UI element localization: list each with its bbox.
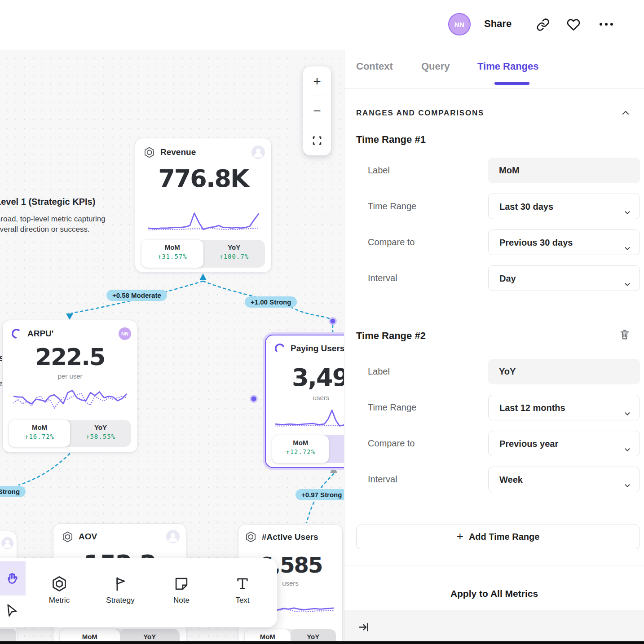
interval-select[interactable]: Day	[488, 265, 640, 291]
metric-value: 3,492	[266, 363, 344, 392]
tab-context[interactable]: Context	[356, 61, 393, 72]
metric-hexagon-icon	[143, 146, 155, 159]
tab-yoy[interactable]: YoY ↑180.7%	[203, 240, 265, 268]
sparkline-chart	[148, 208, 259, 234]
apply-to-all-metrics-button[interactable]: Apply to All Metrics	[344, 588, 644, 599]
metric-unit: per user	[3, 372, 137, 380]
note-icon	[173, 575, 190, 592]
card-title: #Active Users	[262, 532, 318, 542]
chevron-down-icon	[622, 403, 632, 413]
calculated-metric-arc-icon	[11, 328, 22, 340]
hand-icon	[5, 570, 21, 587]
field-label: Compare to	[368, 431, 415, 456]
tab-mom[interactable]: MoM ↑31.57%	[141, 240, 203, 268]
time-range-select[interactable]: Last 30 days	[488, 194, 640, 219]
field-label: Compare to	[368, 229, 415, 255]
top-bar: NN Share	[0, 0, 644, 50]
comparison-tab-group: MoM ↑16.72% YoY ↑58.55%	[9, 420, 131, 447]
delete-time-range-button[interactable]	[618, 328, 631, 341]
add-time-range-button[interactable]: + Add Time Range	[356, 525, 640, 549]
fullscreen-icon	[312, 135, 322, 146]
metric-tree-canvas[interactable]: Level 1 (Strategic KPIs) Broad, top-leve…	[0, 50, 344, 644]
text-tool-icon	[234, 575, 251, 592]
correlation-badge[interactable]: +1.00 Strong	[245, 296, 297, 308]
chevron-down-icon	[622, 238, 632, 247]
compare-to-select[interactable]: Previous year	[488, 431, 640, 456]
comparison-tab-group: MoM ↑31.57% YoY ↑180.7%	[141, 240, 265, 268]
metric-unit: users	[266, 394, 344, 401]
tab-query[interactable]: Query	[421, 61, 450, 72]
add-metric-tool[interactable]: Metric	[35, 558, 84, 627]
settings-panel: Context Query Time Ranges RANGES AND COM…	[344, 50, 644, 644]
owner-avatar: NN	[119, 327, 131, 340]
field-label: Label	[368, 158, 390, 183]
bottom-edge-bar	[0, 641, 644, 644]
flag-icon	[112, 575, 129, 592]
owner-avatar	[1, 537, 13, 549]
field-label: Label	[368, 359, 390, 384]
sparkline-chart	[13, 387, 127, 416]
field-label: Interval	[368, 467, 397, 492]
trash-icon	[618, 328, 631, 341]
label-input[interactable]: YoY	[488, 359, 640, 384]
cursor-arrow-icon	[5, 604, 21, 619]
more-options-icon[interactable]	[600, 23, 613, 26]
section-header: RANGES AND COMPARISONS	[356, 109, 484, 118]
owner-avatar	[166, 530, 180, 543]
pan-tool-button[interactable]	[0, 561, 26, 595]
metric-card-arpu[interactable]: ARPU' NN 222.5 per user MoM ↑16.72% YoY …	[2, 320, 138, 453]
metric-hexagon-icon	[245, 531, 257, 543]
user-avatar[interactable]: NN	[448, 13, 471, 35]
add-text-tool[interactable]: Text	[218, 558, 267, 627]
field-label: Time Range	[368, 194, 416, 219]
chevron-down-icon	[622, 273, 632, 283]
metric-hexagon-icon	[51, 575, 68, 592]
card-title: ARPU'	[27, 329, 53, 339]
comparison-tab-group: MoM ↑12.72%	[272, 435, 344, 463]
add-note-tool[interactable]: Note	[157, 558, 206, 627]
tab-yoy[interactable]: YoY ↑58.55%	[70, 420, 131, 447]
tab-time-ranges[interactable]: Time Ranges	[477, 61, 539, 72]
copy-link-icon[interactable]	[536, 18, 550, 31]
fit-view-button[interactable]	[303, 126, 331, 155]
field-label: Time Range	[368, 395, 416, 420]
owner-avatar	[251, 146, 265, 159]
interval-select[interactable]: Week	[488, 467, 640, 492]
metric-value: 222.5	[3, 344, 137, 371]
time-range-2-title: Time Range #2	[356, 330, 426, 342]
collapse-panel-icon[interactable]	[358, 621, 370, 633]
label-input[interactable]: MoM	[488, 158, 640, 183]
select-tool-button[interactable]	[0, 595, 26, 626]
metric-hexagon-icon	[62, 531, 74, 543]
chevron-down-icon	[622, 475, 632, 485]
panel-footer	[344, 610, 644, 644]
card-title: AOV	[79, 532, 97, 542]
calculated-metric-arc-icon	[274, 343, 286, 354]
sparkline-chart	[275, 406, 344, 432]
add-strategy-tool[interactable]: Strategy	[96, 558, 145, 627]
zoom-out-button[interactable]: −	[303, 96, 331, 125]
time-range-1-title: Time Range #1	[356, 134, 426, 146]
favorite-heart-icon[interactable]	[567, 18, 580, 31]
active-tab-indicator	[494, 82, 529, 85]
chevron-down-icon	[622, 202, 632, 212]
time-range-select[interactable]: Last 12 months	[488, 395, 640, 420]
chevron-down-icon	[622, 439, 632, 449]
compare-to-select[interactable]: Previous 30 days	[488, 229, 640, 255]
tab-yoy[interactable]	[329, 435, 344, 463]
canvas-toolbar: Metric Strategy Note Text	[0, 558, 277, 627]
correlation-badge[interactable]: +0.58 Moderate	[106, 290, 167, 301]
correlation-badge[interactable]: 66 Strong	[0, 486, 26, 497]
metric-card-paying-users[interactable]: Paying Users' 3,492 users MoM ↑12.72%	[265, 335, 344, 468]
collapse-section-chevron-icon[interactable]	[620, 108, 631, 119]
plus-icon: +	[457, 529, 463, 543]
tab-mom[interactable]: MoM ↑12.72%	[272, 435, 329, 463]
zoom-in-button[interactable]: +	[303, 66, 331, 96]
card-title: Revenue	[160, 147, 196, 157]
correlation-badge[interactable]: +0.97 Strong	[296, 489, 344, 500]
metric-value: 776.8K	[135, 164, 271, 193]
metric-card-revenue[interactable]: Revenue 776.8K MoM ↑31.57% YoY ↑180.7%	[135, 138, 272, 273]
share-button[interactable]: Share	[484, 18, 512, 30]
field-label: Interval	[368, 265, 397, 291]
tab-mom[interactable]: MoM ↑16.72%	[9, 420, 70, 447]
